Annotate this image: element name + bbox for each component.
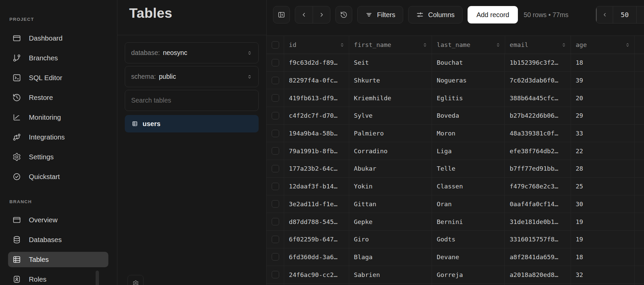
cell-id[interactable]: 79a1991b-8fb… [284, 142, 349, 160]
table-row[interactable]: 6f02259b-647…GiroGodts3316015757f8…19 [267, 231, 644, 248]
row-checkbox[interactable] [272, 94, 279, 102]
scrollbar-thumb[interactable] [96, 271, 99, 285]
columns-button[interactable]: Columns [408, 6, 463, 23]
cell-last-name[interactable]: Liga [432, 142, 505, 160]
cell-email[interactable]: 1b152396c3f2… [505, 54, 571, 71]
cell-first-name[interactable]: Sylve [349, 107, 432, 124]
back-button[interactable] [295, 6, 313, 23]
row-checkbox[interactable] [272, 271, 279, 278]
cell-last-name[interactable]: Gorreja [432, 266, 505, 283]
cell-first-name[interactable]: Sabrien [349, 266, 432, 283]
cell-first-name[interactable]: Kriemhilde [349, 89, 432, 107]
cell-last-name[interactable]: Devane [432, 248, 505, 266]
cell-id[interactable]: 82297f4a-0fc… [284, 72, 349, 89]
cell-email[interactable]: 388b64a45cfc… [505, 89, 571, 107]
table-row[interactable]: 194a9b4a-58b…PalmieroMoron48a339381c0f…3… [267, 125, 644, 142]
sidebar-item-quickstart[interactable]: Quickstart [8, 169, 108, 184]
prev-page-button[interactable] [596, 6, 613, 23]
cell-last-name[interactable]: Bernini [432, 213, 505, 230]
cell-age[interactable]: 19 [571, 213, 635, 230]
search-tables-input[interactable] [125, 90, 259, 111]
cell-id[interactable]: f9c63d2d-f89… [284, 54, 349, 71]
cell-email[interactable]: 31de181de0b1… [505, 213, 571, 230]
sidebar-item-integrations[interactable]: Integrations [8, 129, 108, 145]
cell-id[interactable]: 419fb613-df9… [284, 89, 349, 107]
sidebar-item-restore[interactable]: Restore [8, 90, 108, 105]
cell-age[interactable]: 39 [571, 72, 635, 89]
cell-last-name[interactable]: Oran [432, 195, 505, 213]
cell-age[interactable]: 22 [571, 142, 635, 160]
cell-last-name[interactable]: Boveda [432, 107, 505, 124]
table-row[interactable]: f9c63d2d-f89…SeitBouchat1b152396c3f2…18 [267, 54, 644, 72]
cell-first-name[interactable]: Corradino [349, 142, 432, 160]
column-header-email[interactable]: email [505, 36, 571, 54]
table-row[interactable]: 82297f4a-0fc…ShkurteNogueras7c62d3dab6f0… [267, 72, 644, 90]
cell-last-name[interactable]: Godts [432, 231, 505, 248]
select-all-checkbox[interactable] [272, 41, 279, 49]
page-offset-value[interactable]: 0 [636, 6, 644, 23]
cell-first-name[interactable]: Gittan [349, 195, 432, 213]
column-header-age[interactable]: age [571, 36, 635, 54]
cell-age[interactable]: 33 [571, 125, 635, 142]
cell-id[interactable]: c4f2dc7f-d70… [284, 107, 349, 124]
row-checkbox[interactable] [272, 218, 279, 225]
cell-last-name[interactable]: Moron [432, 125, 505, 142]
column-header-id[interactable]: id [284, 36, 349, 54]
sidebar-item-sql-editor[interactable]: SQL Editor [8, 70, 108, 86]
page-size-value[interactable]: 50 [613, 6, 636, 23]
cell-email[interactable]: efe38f764db2… [505, 142, 571, 160]
cell-id[interactable]: 6fd360dd-3a6… [284, 248, 349, 266]
sidebar-item-settings[interactable]: Settings [8, 149, 108, 165]
table-row[interactable]: d87dd788-545…GepkeBernini31de181de0b1…19 [267, 213, 644, 231]
cell-id[interactable]: 24f6ac90-cc2… [284, 266, 349, 283]
row-checkbox[interactable] [272, 236, 279, 243]
forward-button[interactable] [313, 6, 330, 23]
sidebar-item-dashboard[interactable]: Dashboard [8, 31, 108, 46]
cell-age[interactable]: 25 [571, 178, 635, 195]
cell-email[interactable]: f479c768e2c3… [505, 178, 571, 195]
cell-age[interactable]: 28 [571, 160, 635, 177]
row-checkbox[interactable] [272, 253, 279, 261]
cell-last-name[interactable]: Eglitis [432, 89, 505, 107]
cell-email[interactable]: a8f2841da659… [505, 248, 571, 266]
table-list-item-users[interactable]: users [125, 115, 259, 132]
cell-id[interactable]: 194a9b4a-58b… [284, 125, 349, 142]
row-checkbox[interactable] [272, 112, 279, 119]
table-row[interactable]: 24f6ac90-cc2…SabrienGorrejaa2018a820ed8…… [267, 266, 644, 284]
table-row[interactable]: 3e2ad11d-f1e…GittanOran0aaf4fa0cf14…30 [267, 195, 644, 213]
sidebar-item-overview[interactable]: Overview [8, 212, 108, 228]
row-checkbox[interactable] [272, 130, 279, 137]
cell-age[interactable]: 32 [571, 266, 635, 283]
cell-id[interactable]: 6f02259b-647… [284, 231, 349, 248]
cell-first-name[interactable]: Abukar [349, 160, 432, 177]
row-checkbox[interactable] [272, 77, 279, 84]
row-checkbox[interactable] [272, 59, 279, 66]
cell-first-name[interactable]: Giro [349, 231, 432, 248]
cell-first-name[interactable]: Yokin [349, 178, 432, 195]
sidebar-item-tables[interactable]: Tables [8, 252, 108, 267]
cell-age[interactable]: 30 [571, 195, 635, 213]
cell-email[interactable]: 0aaf4fa0cf14… [505, 195, 571, 213]
cell-last-name[interactable]: Nogueras [432, 72, 505, 89]
cell-last-name[interactable]: Bouchat [432, 54, 505, 71]
sidebar-item-branches[interactable]: Branches [8, 50, 108, 66]
add-record-button[interactable]: Add record [468, 6, 518, 23]
column-header-first-name[interactable]: first_name [349, 36, 432, 54]
cell-last-name[interactable]: Telle [432, 160, 505, 177]
table-row[interactable]: 177a23b2-64c…AbukarTelleb7ff77ed91bb…28 [267, 160, 644, 178]
table-row[interactable]: c4f2dc7f-d70…SylveBovedab27b422d6b06…29 [267, 107, 644, 125]
cell-last-name[interactable]: Classen [432, 178, 505, 195]
database-select[interactable]: database: neosync [125, 42, 259, 63]
table-row[interactable]: 12daaf3f-b14…YokinClassenf479c768e2c3…25 [267, 178, 644, 195]
cell-email[interactable]: a2018a820ed8… [505, 266, 571, 283]
row-checkbox[interactable] [272, 200, 279, 208]
cell-age[interactable]: 29 [571, 107, 635, 124]
cell-email[interactable]: 7c62d3dab6f0… [505, 72, 571, 89]
cell-email[interactable]: 48a339381c0f… [505, 125, 571, 142]
table-row[interactable]: 79a1991b-8fb…CorradinoLigaefe38f764db2…2… [267, 142, 644, 160]
cell-id[interactable]: 177a23b2-64c… [284, 160, 349, 177]
cell-email[interactable]: b7ff77ed91bb… [505, 160, 571, 177]
panel-settings-button[interactable] [127, 275, 144, 285]
row-checkbox[interactable] [272, 147, 279, 155]
cell-age[interactable]: 20 [571, 89, 635, 107]
